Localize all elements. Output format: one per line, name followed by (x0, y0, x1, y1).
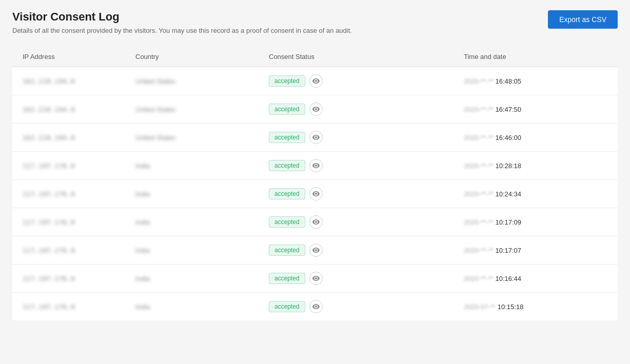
cell-datetime: 2020-**-** 10:16:44 (464, 275, 607, 282)
datetime-time: 10:28:18 (495, 162, 521, 170)
datetime-time: 10:15:18 (498, 303, 524, 311)
status-badge: accepted (269, 132, 305, 143)
table-header: IP Address Country Consent Status Time a… (12, 47, 618, 67)
table-row: 117.197.176.0 India accepted 2020-**-** … (12, 208, 618, 236)
datetime-time: 10:24:34 (495, 190, 521, 198)
datetime-date: 2020-**-** (464, 162, 495, 170)
table-row: 117.197.176.0 India accepted 2020-**-** … (12, 236, 618, 265)
cell-datetime: 2020-**-** 10:17:07 (464, 247, 607, 254)
header-row: Visitor Consent Log Details of all the c… (12, 10, 618, 34)
datetime-time: 16:47:50 (495, 106, 521, 113)
cell-status: accepted (269, 215, 464, 229)
title-section: Visitor Consent Log Details of all the c… (12, 10, 352, 34)
table-row: 117.197.176.0 India accepted 2020-**-** … (12, 152, 618, 180)
consent-log-table: IP Address Country Consent Status Time a… (12, 47, 618, 320)
page-title: Visitor Consent Log (12, 10, 352, 24)
datetime-date: 2020-**-** (464, 275, 495, 282)
cell-datetime: 2020-**-** 10:24:34 (464, 190, 607, 198)
cell-status: accepted (269, 74, 464, 88)
cell-status: accepted (269, 300, 464, 313)
datetime-time: 10:17:09 (495, 218, 521, 226)
cell-status: accepted (269, 272, 464, 285)
table-row: 117.197.176.0 India accepted 2020-07-** … (12, 293, 618, 320)
cell-country: India (135, 190, 269, 198)
export-csv-button[interactable]: Export as CSV (548, 10, 618, 29)
cell-datetime: 2020-**-** 16:48:05 (464, 77, 607, 85)
cell-status: accepted (269, 244, 464, 257)
eye-icon[interactable] (309, 131, 323, 144)
table-row: 162.210.194.0 United States accepted 202… (12, 95, 618, 124)
eye-icon[interactable] (309, 159, 323, 172)
status-badge: accepted (269, 216, 305, 228)
cell-ip: 117.197.176.0 (23, 247, 135, 254)
datetime-time: 16:48:05 (495, 77, 521, 85)
col-status-header: Consent Status (269, 53, 464, 60)
cell-datetime: 2020-**-** 16:46:00 (464, 134, 607, 141)
table-body: 162.210.194.0 United States accepted 202… (12, 67, 618, 320)
eye-icon[interactable] (309, 215, 323, 229)
cell-ip: 162.210.194.0 (23, 106, 135, 113)
datetime-date: 2020-**-** (464, 134, 495, 141)
page-container: Visitor Consent Log Details of all the c… (0, 0, 630, 331)
cell-ip: 162.210.194.0 (23, 77, 135, 85)
status-badge: accepted (269, 273, 305, 284)
status-badge: accepted (269, 245, 305, 256)
cell-country: United States (135, 77, 269, 85)
page-subtitle: Details of all the consent provided by t… (12, 27, 352, 34)
cell-ip: 117.197.176.0 (23, 218, 135, 226)
col-datetime-header: Time and date (464, 53, 607, 60)
cell-datetime: 2020-**-** 10:17:09 (464, 218, 607, 226)
eye-icon[interactable] (309, 187, 323, 200)
datetime-date: 2020-**-** (464, 190, 495, 198)
cell-country: India (135, 162, 269, 170)
cell-datetime: 2020-07-** 10:15:18 (464, 303, 607, 311)
datetime-date: 2020-**-** (464, 106, 495, 113)
datetime-time: 16:46:00 (495, 134, 521, 141)
datetime-time: 10:17:07 (495, 247, 521, 254)
cell-status: accepted (269, 103, 464, 116)
cell-country: India (135, 275, 269, 282)
datetime-date: 2020-07-** (464, 303, 498, 311)
cell-status: accepted (269, 187, 464, 200)
datetime-date: 2020-**-** (464, 247, 495, 254)
status-badge: accepted (269, 160, 305, 171)
cell-country: India (135, 303, 269, 311)
status-badge: accepted (269, 104, 305, 115)
cell-status: accepted (269, 159, 464, 172)
datetime-time: 10:16:44 (495, 275, 521, 282)
col-country-header: Country (135, 53, 269, 60)
cell-country: India (135, 247, 269, 254)
eye-icon[interactable] (309, 103, 323, 116)
status-badge: accepted (269, 75, 305, 87)
cell-ip: 117.197.176.0 (23, 190, 135, 198)
eye-icon[interactable] (309, 300, 323, 313)
status-badge: accepted (269, 301, 305, 312)
cell-country: United States (135, 106, 269, 113)
cell-status: accepted (269, 131, 464, 144)
table-row: 162.210.194.0 United States accepted 202… (12, 67, 618, 95)
table-row: 117.197.176.0 India accepted 2020-**-** … (12, 180, 618, 208)
eye-icon[interactable] (309, 74, 323, 88)
col-ip-header: IP Address (23, 53, 135, 60)
cell-datetime: 2020-**-** 16:47:50 (464, 106, 607, 113)
cell-datetime: 2020-**-** 10:28:18 (464, 162, 607, 170)
eye-icon[interactable] (309, 244, 323, 257)
table-row: 117.197.176.0 India accepted 2020-**-** … (12, 265, 618, 293)
table-row: 162.210.194.0 United States accepted 202… (12, 124, 618, 152)
status-badge: accepted (269, 188, 305, 199)
datetime-date: 2020-**-** (464, 218, 495, 226)
cell-ip: 162.210.194.0 (23, 134, 135, 141)
cell-country: India (135, 218, 269, 226)
cell-ip: 117.197.176.0 (23, 303, 135, 311)
cell-ip: 117.197.176.0 (23, 275, 135, 282)
eye-icon[interactable] (309, 272, 323, 285)
datetime-date: 2020-**-** (464, 77, 495, 85)
cell-ip: 117.197.176.0 (23, 162, 135, 170)
cell-country: United States (135, 134, 269, 141)
